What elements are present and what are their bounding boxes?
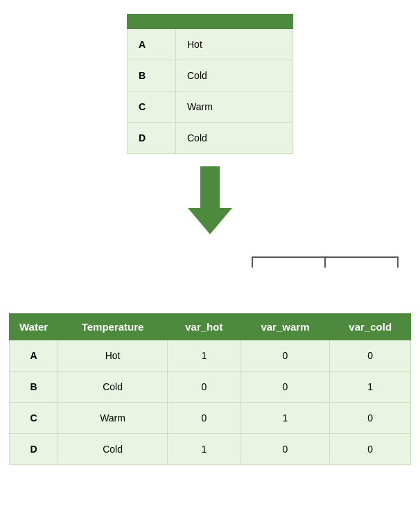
bottom-row-cell: 1 (168, 340, 240, 372)
bottom-row-cell: 1 (240, 403, 330, 434)
table-row: AHot100 (10, 340, 411, 372)
bottom-row-cell: 0 (330, 340, 411, 372)
table-row: BCold001 (10, 372, 411, 403)
down-arrow (188, 166, 232, 234)
row-value: Warm (176, 91, 293, 123)
bottom-row-cell: A (10, 340, 58, 372)
bottom-header-cell: Water (10, 314, 58, 340)
bottom-row-cell: Cold (58, 434, 168, 465)
top-table: AHotBColdCWarmDCold (127, 14, 293, 154)
bottom-header-cell: var_hot (168, 314, 240, 340)
arrow-head (188, 208, 232, 234)
bottom-row-cell: 1 (168, 434, 240, 465)
bottom-row-cell: Hot (58, 340, 168, 372)
top-table-wrapper: AHotBColdCWarmDCold (127, 14, 293, 154)
bottom-row-cell: B (10, 372, 58, 403)
bottom-row-cell: 0 (330, 403, 411, 434)
bottom-header-cell: var_cold (330, 314, 411, 340)
bottom-row-cell: Warm (58, 403, 168, 434)
bottom-row-cell: D (10, 434, 58, 465)
row-value: Hot (176, 29, 293, 60)
table-row: AHot (128, 29, 293, 60)
table-row: DCold (128, 123, 293, 154)
arrow-container (0, 166, 420, 234)
dummy-variables-area (9, 244, 411, 283)
bottom-row-cell: 0 (168, 403, 240, 434)
bottom-row-cell: 0 (168, 372, 240, 403)
table-row: BCold (128, 60, 293, 91)
bottom-row-cell: 1 (330, 372, 411, 403)
bottom-row-cell: 0 (240, 372, 330, 403)
row-key: D (128, 123, 176, 154)
bottom-table: WaterTemperaturevar_hotvar_warmvar_cold … (9, 313, 411, 465)
bottom-row-cell: 0 (240, 434, 330, 465)
bottom-row-cell: C (10, 403, 58, 434)
arrow-shaft (200, 166, 220, 208)
table-row: DCold100 (10, 434, 411, 465)
bottom-header-cell: Temperature (58, 314, 168, 340)
row-key: C (128, 91, 176, 123)
bottom-row-cell: Cold (58, 372, 168, 403)
row-value: Cold (176, 123, 293, 154)
top-header-temp (176, 15, 293, 29)
dummy-bracket-center-tick (324, 256, 326, 268)
row-key: A (128, 29, 176, 60)
table-row: CWarm010 (10, 403, 411, 434)
row-value: Cold (176, 60, 293, 91)
bottom-table-wrapper: WaterTemperaturevar_hotvar_warmvar_cold … (9, 313, 411, 465)
bottom-header-cell: var_warm (240, 314, 330, 340)
row-key: B (128, 60, 176, 91)
bottom-row-cell: 0 (240, 340, 330, 372)
top-header-water (128, 15, 176, 29)
table-row: CWarm (128, 91, 293, 123)
bottom-row-cell: 0 (330, 434, 411, 465)
